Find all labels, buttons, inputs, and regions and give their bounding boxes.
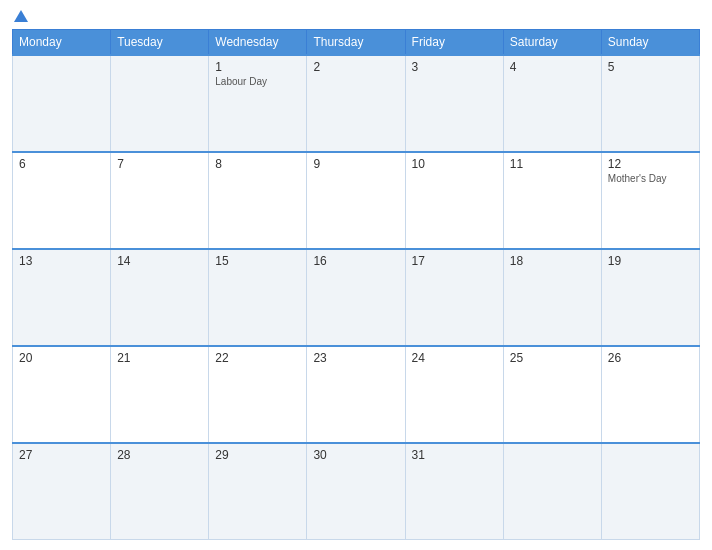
logo: [12, 10, 28, 23]
weekday-header-tuesday: Tuesday: [111, 30, 209, 56]
calendar-cell: [601, 443, 699, 540]
calendar-cell: 9: [307, 152, 405, 249]
week-row-4: 20212223242526: [13, 346, 700, 443]
calendar-cell: 13: [13, 249, 111, 346]
day-number: 6: [19, 157, 104, 171]
week-row-3: 13141516171819: [13, 249, 700, 346]
calendar-cell: 5: [601, 55, 699, 152]
calendar-cell: 11: [503, 152, 601, 249]
calendar-cell: 7: [111, 152, 209, 249]
calendar-cell: 17: [405, 249, 503, 346]
calendar-cell: 6: [13, 152, 111, 249]
day-number: 29: [215, 448, 300, 462]
day-number: 3: [412, 60, 497, 74]
day-number: 7: [117, 157, 202, 171]
calendar-cell: 14: [111, 249, 209, 346]
calendar-table: MondayTuesdayWednesdayThursdayFridaySatu…: [12, 29, 700, 540]
calendar-cell: 20: [13, 346, 111, 443]
week-row-1: 1Labour Day2345: [13, 55, 700, 152]
calendar-cell: 31: [405, 443, 503, 540]
day-number: 8: [215, 157, 300, 171]
day-number: 2: [313, 60, 398, 74]
calendar-cell: 16: [307, 249, 405, 346]
calendar-cell: 4: [503, 55, 601, 152]
day-number: 15: [215, 254, 300, 268]
day-number: 27: [19, 448, 104, 462]
day-number: 16: [313, 254, 398, 268]
day-number: 10: [412, 157, 497, 171]
weekday-header-friday: Friday: [405, 30, 503, 56]
day-number: 5: [608, 60, 693, 74]
day-number: 19: [608, 254, 693, 268]
calendar-cell: 10: [405, 152, 503, 249]
holiday-label: Mother's Day: [608, 173, 693, 184]
day-number: 23: [313, 351, 398, 365]
weekday-header-row: MondayTuesdayWednesdayThursdayFridaySatu…: [13, 30, 700, 56]
calendar-cell: 30: [307, 443, 405, 540]
calendar-cell: 27: [13, 443, 111, 540]
calendar-cell: 29: [209, 443, 307, 540]
weekday-header-sunday: Sunday: [601, 30, 699, 56]
day-number: 11: [510, 157, 595, 171]
logo-triangle-icon: [14, 10, 28, 22]
calendar-cell: 3: [405, 55, 503, 152]
day-number: 26: [608, 351, 693, 365]
day-number: 17: [412, 254, 497, 268]
weekday-header-monday: Monday: [13, 30, 111, 56]
calendar-cell: 19: [601, 249, 699, 346]
day-number: 18: [510, 254, 595, 268]
day-number: 25: [510, 351, 595, 365]
week-row-5: 2728293031: [13, 443, 700, 540]
calendar-cell: 21: [111, 346, 209, 443]
day-number: 28: [117, 448, 202, 462]
day-number: 22: [215, 351, 300, 365]
day-number: 24: [412, 351, 497, 365]
week-row-2: 6789101112Mother's Day: [13, 152, 700, 249]
calendar-cell: 26: [601, 346, 699, 443]
weekday-header-thursday: Thursday: [307, 30, 405, 56]
day-number: 21: [117, 351, 202, 365]
calendar-cell: 22: [209, 346, 307, 443]
calendar-cell: [13, 55, 111, 152]
calendar-cell: [503, 443, 601, 540]
day-number: 20: [19, 351, 104, 365]
weekday-header-wednesday: Wednesday: [209, 30, 307, 56]
calendar-cell: 28: [111, 443, 209, 540]
day-number: 4: [510, 60, 595, 74]
day-number: 12: [608, 157, 693, 171]
day-number: 30: [313, 448, 398, 462]
weekday-header-saturday: Saturday: [503, 30, 601, 56]
calendar-cell: 24: [405, 346, 503, 443]
day-number: 9: [313, 157, 398, 171]
calendar-cell: [111, 55, 209, 152]
calendar-cell: 25: [503, 346, 601, 443]
calendar-cell: 23: [307, 346, 405, 443]
calendar-wrapper: MondayTuesdayWednesdayThursdayFridaySatu…: [0, 0, 712, 550]
calendar-cell: 8: [209, 152, 307, 249]
day-number: 13: [19, 254, 104, 268]
calendar-cell: 12Mother's Day: [601, 152, 699, 249]
calendar-cell: 2: [307, 55, 405, 152]
day-number: 14: [117, 254, 202, 268]
day-number: 1: [215, 60, 300, 74]
calendar-cell: 1Labour Day: [209, 55, 307, 152]
holiday-label: Labour Day: [215, 76, 300, 87]
calendar-cell: 18: [503, 249, 601, 346]
header: [12, 10, 700, 23]
day-number: 31: [412, 448, 497, 462]
calendar-cell: 15: [209, 249, 307, 346]
